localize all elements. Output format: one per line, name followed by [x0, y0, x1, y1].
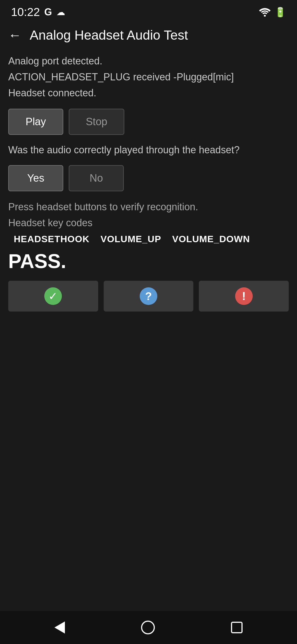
question-mark-icon: ?: [140, 287, 157, 305]
app-bar: ← Analog Headset Audio Test: [0, 22, 297, 48]
pass-result-button[interactable]: ✓: [8, 281, 98, 312]
fail-result-button[interactable]: !: [199, 281, 289, 312]
status-bar: 10:22 G ☁ 🔋: [0, 0, 297, 22]
play-button[interactable]: Play: [8, 109, 63, 135]
status-right: 🔋: [259, 7, 286, 18]
yes-no-row: Yes No: [8, 165, 289, 191]
no-button[interactable]: No: [69, 165, 124, 191]
instruction-line-1: Press headset buttons to verify recognit…: [8, 200, 289, 214]
instruction-line-2: Headset key codes: [8, 215, 289, 230]
pass-check-icon: ✓: [44, 287, 62, 305]
status-left: 10:22 G ☁: [11, 6, 65, 19]
result-buttons-row: ✓ ? !: [8, 281, 289, 312]
recents-square-icon: [231, 622, 243, 633]
stop-button[interactable]: Stop: [69, 109, 124, 135]
svg-point-0: [264, 15, 266, 17]
page-title: Analog Headset Audio Test: [30, 28, 188, 43]
nav-back-button[interactable]: [54, 621, 65, 634]
unknown-result-button[interactable]: ?: [104, 281, 194, 312]
keycode-volume-up: VOLUME_UP: [100, 234, 161, 244]
keycode-headsethook: HEADSETHOOK: [14, 234, 89, 244]
audio-question: Was the audio correctly played through t…: [8, 143, 289, 157]
nav-bar: [0, 611, 297, 644]
wifi-icon: [259, 8, 271, 17]
yes-button[interactable]: Yes: [8, 165, 63, 191]
main-content: Analog port detected. ACTION_HEADSET_PLU…: [0, 48, 297, 317]
status-line-1: Analog port detected.: [8, 54, 289, 69]
pass-label: PASS.: [8, 250, 289, 272]
battery-icon: 🔋: [274, 7, 286, 18]
back-triangle-icon: [54, 621, 65, 634]
play-stop-row: Play Stop: [8, 109, 289, 135]
google-g-icon: G: [44, 6, 52, 18]
back-button[interactable]: ←: [8, 28, 21, 43]
status-time: 10:22: [11, 6, 40, 19]
nav-home-button[interactable]: [141, 621, 155, 634]
status-line-3: Headset connected.: [8, 86, 289, 100]
status-line-2: ACTION_HEADSET_PLUG received -Plugged[mi…: [8, 70, 289, 84]
exclamation-icon: !: [235, 287, 253, 305]
cloud-icon: ☁: [56, 7, 65, 17]
keycodes-row: HEADSETHOOK VOLUME_UP VOLUME_DOWN: [14, 234, 283, 244]
home-circle-icon: [141, 621, 155, 634]
nav-recents-button[interactable]: [231, 622, 243, 633]
keycode-volume-down: VOLUME_DOWN: [172, 234, 250, 244]
